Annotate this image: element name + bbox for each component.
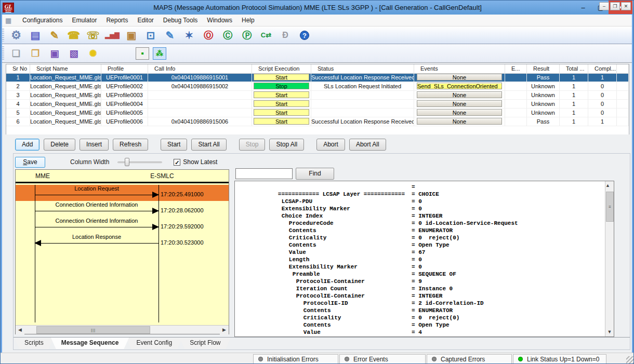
tree-view-icon[interactable]: ⁂: [153, 47, 166, 60]
col-e[interactable]: E...: [505, 64, 527, 74]
status-link-status[interactable]: Link Status Up=1 Down=0: [513, 354, 606, 364]
call-reception-icon[interactable]: ☏: [85, 28, 101, 43]
control-button[interactable]: Add: [15, 139, 39, 151]
script-execution-button[interactable]: Start: [254, 74, 309, 80]
toolbar-grip[interactable]: [2, 29, 4, 42]
sequence-message[interactable]: Location Request 17:20:25.491000: [16, 185, 229, 201]
script-execution-button[interactable]: Stop: [254, 83, 309, 89]
checkbox-check-icon[interactable]: ✓: [174, 159, 180, 166]
col-total[interactable]: Total ...: [560, 64, 588, 74]
message-decode-view[interactable]: ============ LCSAP Layer ============ = …: [234, 181, 614, 337]
event-button[interactable]: None: [417, 100, 502, 107]
minimize-button[interactable]: –: [574, 1, 592, 14]
status-captured-errors[interactable]: Captured Errors: [427, 354, 512, 364]
table-row[interactable]: 3 Location_Request_MME.gls UEProfile0003…: [6, 91, 629, 100]
sequence-message[interactable]: Connection Oriented Information 17:20:29…: [16, 217, 229, 233]
event-button[interactable]: None: [417, 109, 502, 116]
scroll-down-icon[interactable]: ▼: [605, 328, 614, 336]
save-button[interactable]: Save: [15, 157, 45, 168]
tab[interactable]: Script Flow: [179, 338, 231, 349]
tab[interactable]: Message Sequence: [51, 338, 129, 349]
menu-item[interactable]: Help: [237, 15, 259, 25]
d-channel-icon[interactable]: Đ: [278, 28, 293, 43]
control-button[interactable]: Start All: [191, 139, 226, 151]
script-execution-button[interactable]: Start: [254, 91, 309, 98]
protocol-security-icon[interactable]: ⊡: [143, 28, 158, 43]
child-window-icon[interactable]: ▦: [5, 17, 15, 24]
single-view-icon[interactable]: ▪: [136, 47, 149, 60]
find-input[interactable]: [235, 168, 293, 179]
offline-log-icon[interactable]: Ⓞ: [201, 28, 216, 43]
menu-item[interactable]: Emulator: [67, 15, 101, 25]
col-completed[interactable]: Compl...: [588, 64, 617, 74]
col-script-name[interactable]: Script Name: [30, 64, 101, 74]
find-button[interactable]: Find: [296, 168, 334, 180]
sequence-message[interactable]: Location Response 17:20:30.523000: [16, 233, 229, 249]
new-script-icon[interactable]: ❏: [8, 46, 24, 61]
control-button[interactable]: Refresh: [113, 139, 148, 151]
table-row[interactable]: 2 Location_Request_MME.gls UEProfile0002…: [6, 82, 629, 91]
script-execution-button[interactable]: Start: [254, 118, 309, 125]
status-error-events[interactable]: Error Events: [339, 354, 426, 364]
statistics-icon[interactable]: ▂▅▇: [104, 28, 120, 43]
help-icon[interactable]: ?: [297, 28, 312, 43]
testbed-setup-icon[interactable]: ▣: [124, 28, 139, 43]
cli-icon[interactable]: C⇄: [258, 28, 274, 43]
col-sr-no[interactable]: Sr No: [6, 64, 30, 74]
profile-editor-icon[interactable]: ✎: [47, 28, 62, 43]
menu-item[interactable]: Reports: [101, 15, 133, 25]
col-events[interactable]: Events: [414, 64, 505, 74]
menu-item[interactable]: Windows: [202, 15, 237, 25]
column-width-slider[interactable]: [117, 157, 162, 167]
control-button[interactable]: Abort All: [349, 139, 386, 151]
event-button[interactable]: None: [417, 118, 502, 125]
mdi-close-button[interactable]: ✕: [621, 2, 631, 10]
table-row[interactable]: 4 Location_Request_MME.gls UEProfile0004…: [6, 100, 629, 109]
script-execution-button[interactable]: Start: [254, 109, 309, 116]
control-button[interactable]: Insert: [80, 139, 109, 151]
menu-item[interactable]: Configurations: [18, 15, 67, 25]
col-result[interactable]: Result: [527, 64, 560, 74]
scroll-right-icon[interactable]: ▶: [220, 326, 229, 334]
event-button[interactable]: None: [417, 74, 502, 80]
event-button[interactable]: Send_SLs_ConnectionOriented_...: [417, 83, 502, 89]
save-icon[interactable]: ▣: [47, 46, 62, 61]
message-editor-icon[interactable]: ✎: [162, 28, 178, 43]
col-script-execution[interactable]: Script Execution: [252, 64, 311, 74]
menu-item[interactable]: Editor: [133, 15, 158, 25]
capture-log-icon[interactable]: Ⓒ: [220, 28, 235, 43]
save-as-icon[interactable]: ▧: [66, 46, 82, 61]
scrollbar-thumb[interactable]: |||: [36, 326, 150, 334]
script-editor-icon[interactable]: ▤: [28, 28, 43, 43]
table-row[interactable]: 5 Location_Request_MME.gls UEProfile0005…: [6, 109, 629, 117]
control-button[interactable]: Start: [161, 139, 187, 151]
menu-item[interactable]: Debug Tools: [158, 15, 203, 25]
settings-icon[interactable]: ⚙: [8, 28, 24, 43]
toolbar-grip[interactable]: [2, 46, 4, 60]
scroll-left-icon[interactable]: ◀: [16, 326, 24, 334]
table-row[interactable]: 6 Location_Request_MME.gls UEProfile0006…: [6, 117, 629, 126]
script-wizard-icon[interactable]: ✶: [181, 28, 197, 43]
vertical-scrollbar[interactable]: ▲ ≡ ▼: [605, 181, 614, 336]
show-latest-checkbox[interactable]: ✓ Show Latest: [174, 158, 217, 166]
horizontal-scrollbar[interactable]: ◀ ||| ▶: [16, 325, 229, 334]
table-row[interactable]: 1 Location_Request_MME.gls UEProfile0001…: [6, 73, 629, 82]
control-button[interactable]: Abort: [316, 139, 345, 151]
event-button[interactable]: None: [417, 91, 502, 98]
playback-log-icon[interactable]: Ⓟ: [239, 28, 255, 43]
slider-thumb[interactable]: [125, 158, 129, 166]
tab[interactable]: Event Config: [126, 338, 182, 349]
control-button[interactable]: Stop: [239, 139, 266, 151]
scrollbar-thumb[interactable]: ≡: [606, 192, 614, 222]
tab[interactable]: Scripts: [14, 338, 54, 349]
call-generation-icon[interactable]: ☎: [66, 28, 82, 43]
col-status[interactable]: Status: [311, 64, 414, 74]
status-initialisation-errors[interactable]: Initialisation Errors: [253, 354, 338, 364]
col-profile[interactable]: Profile: [101, 64, 148, 74]
col-call-info[interactable]: Call Info: [148, 64, 252, 74]
mdi-minimize-button[interactable]: –: [599, 2, 609, 10]
script-execution-button[interactable]: Start: [254, 100, 309, 107]
sequence-message[interactable]: Connection Oriented Information 17:20:28…: [16, 201, 229, 217]
control-button[interactable]: Delete: [44, 139, 75, 151]
scroll-up-icon[interactable]: ▲: [605, 183, 610, 188]
